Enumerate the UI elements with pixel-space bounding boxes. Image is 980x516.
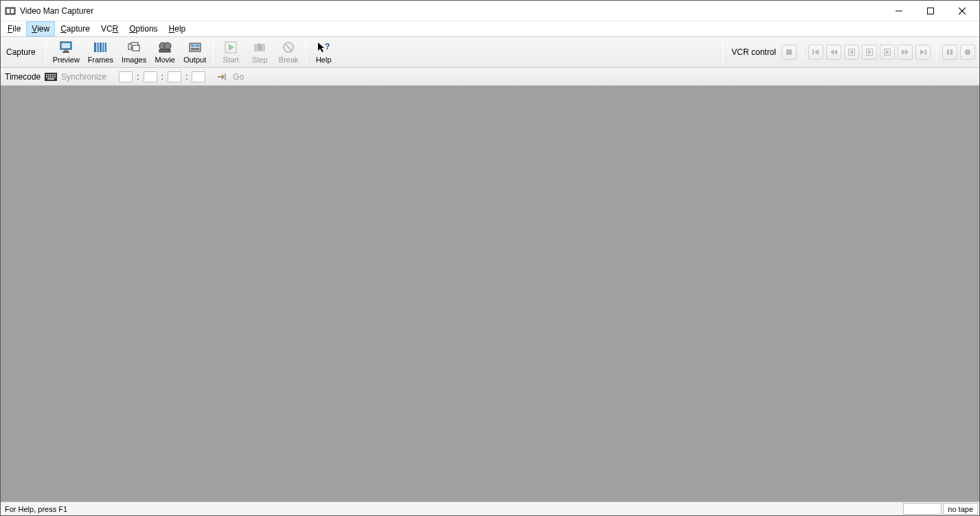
timecode-bar: Timecode Synchronize : : : Go	[1, 68, 979, 86]
capture-section-label: Capture	[1, 37, 43, 67]
menu-capture[interactable]: Capture	[55, 21, 95, 36]
minimize-button[interactable]	[883, 1, 915, 21]
timecode-hours-input[interactable]	[119, 71, 133, 82]
svg-rect-56	[50, 74, 52, 75]
images-label: Images	[122, 56, 146, 64]
movie-button[interactable]: Movie	[150, 37, 179, 67]
movie-icon	[158, 40, 172, 54]
svg-text:?: ?	[325, 42, 330, 51]
vcr-play-fwd-button	[880, 45, 895, 60]
svg-rect-58	[54, 74, 56, 75]
go-arrow-icon	[216, 72, 229, 82]
svg-rect-14	[102, 43, 104, 52]
svg-rect-1	[7, 9, 10, 13]
timecode-frames-input[interactable]	[192, 71, 205, 82]
timecode-separator: :	[161, 72, 163, 82]
svg-rect-25	[191, 48, 199, 50]
step-button: Step	[245, 37, 274, 67]
svg-rect-9	[64, 50, 68, 51]
frames-label: Frames	[88, 56, 113, 64]
timecode-minutes-input[interactable]	[144, 71, 157, 82]
svg-rect-57	[52, 74, 54, 75]
camera-icon	[253, 40, 266, 54]
toolbar-separator	[306, 40, 306, 64]
break-button: Break	[274, 37, 303, 67]
svg-marker-41	[850, 50, 853, 54]
toolbar-separator	[213, 40, 214, 64]
output-label: Output	[183, 56, 206, 64]
status-empty-box	[903, 503, 942, 515]
svg-rect-61	[50, 76, 52, 78]
play-icon	[224, 40, 238, 54]
svg-rect-35	[786, 49, 792, 55]
preview-button[interactable]: Preview	[49, 37, 84, 67]
svg-marker-37	[814, 49, 819, 55]
vcr-first-button	[808, 45, 823, 60]
menu-options[interactable]: Options	[124, 21, 163, 36]
vcr-separator	[936, 44, 937, 60]
images-icon	[127, 40, 141, 54]
svg-rect-59	[46, 76, 47, 78]
svg-line-32	[285, 44, 292, 51]
break-label: Break	[279, 56, 299, 64]
vcr-control-section: VCR control	[726, 37, 979, 67]
svg-rect-54	[46, 74, 47, 75]
svg-rect-62	[52, 76, 54, 78]
output-button[interactable]: Output	[179, 37, 210, 67]
svg-rect-18	[133, 45, 139, 51]
menu-file[interactable]: File	[2, 21, 26, 36]
synchronize-button: Synchronize	[61, 72, 106, 82]
menubar: File View Capture VCR Options Help	[1, 21, 979, 36]
svg-marker-33	[318, 43, 324, 52]
svg-rect-13	[100, 43, 102, 52]
output-icon	[188, 40, 202, 54]
vcr-rewind-button	[826, 45, 841, 60]
svg-rect-8	[62, 43, 70, 48]
vcr-play-back-button	[844, 45, 859, 60]
help-button[interactable]: ? Help	[309, 37, 338, 67]
timecode-separator: :	[137, 72, 139, 82]
monitor-icon	[59, 40, 73, 54]
svg-marker-43	[868, 50, 871, 54]
svg-marker-27	[229, 44, 234, 51]
vcr-last-button	[915, 45, 931, 60]
status-tape-box: no tape	[943, 503, 978, 515]
svg-rect-63	[54, 76, 56, 78]
menu-vcr[interactable]: VCR	[95, 21, 124, 36]
vcr-record-button	[960, 45, 975, 60]
images-button[interactable]: Images	[117, 37, 150, 67]
timecode-separator: :	[185, 72, 187, 82]
svg-rect-29	[258, 43, 260, 45]
svg-point-20	[164, 43, 171, 49]
svg-rect-2	[11, 9, 14, 13]
preview-label: Preview	[53, 56, 80, 64]
menu-view[interactable]: View	[26, 21, 55, 36]
svg-marker-46	[902, 49, 905, 55]
svg-rect-24	[196, 45, 199, 47]
frames-icon	[93, 40, 107, 54]
close-button[interactable]	[946, 1, 978, 21]
toolbar-separator	[722, 40, 723, 64]
vcr-forward-button	[898, 45, 913, 60]
svg-rect-23	[191, 45, 194, 47]
svg-rect-36	[812, 49, 814, 55]
frames-button[interactable]: Frames	[84, 37, 117, 67]
start-button: Start	[216, 37, 245, 67]
svg-marker-39	[834, 49, 837, 55]
status-help-text: For Help, press F1	[2, 505, 902, 513]
svg-rect-51	[950, 49, 953, 55]
svg-marker-48	[920, 49, 924, 55]
vcr-stop-button	[782, 45, 797, 60]
maximize-button[interactable]	[915, 1, 946, 21]
start-label: Start	[223, 56, 239, 64]
menu-help[interactable]: Help	[163, 21, 192, 36]
window-title: Video Man Capturer	[20, 6, 93, 16]
step-label: Step	[252, 56, 268, 64]
timecode-seconds-input[interactable]	[168, 71, 181, 82]
svg-rect-11	[94, 43, 96, 52]
svg-marker-45	[886, 50, 889, 54]
svg-marker-38	[830, 49, 834, 55]
vcr-separator	[802, 44, 803, 60]
svg-rect-10	[62, 51, 69, 53]
svg-rect-64	[47, 78, 54, 80]
